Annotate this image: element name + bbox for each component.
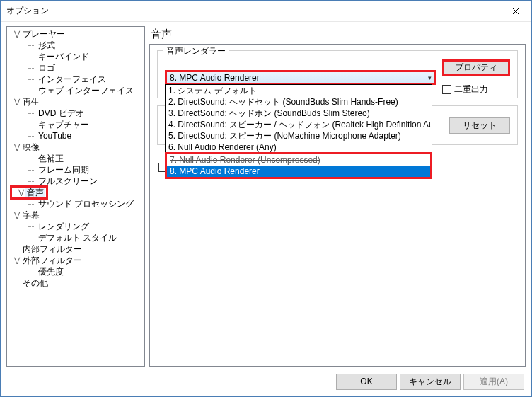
renderer-option[interactable]: 3. DirectSound: ヘッドホン (SoundBuds Slim St… xyxy=(166,108,432,119)
ok-button[interactable]: OK xyxy=(336,374,397,390)
page-title: 音声 xyxy=(149,26,526,44)
renderer-selected: 8. MPC Audio Renderer xyxy=(170,73,260,83)
tree-item[interactable]: 色補正 xyxy=(7,153,144,164)
window-title: オプション xyxy=(6,5,499,17)
apply-button[interactable]: 適用(A) xyxy=(463,374,524,390)
tree-video[interactable]: ⋁映像 xyxy=(7,142,144,153)
collapse-icon[interactable]: ⋁ xyxy=(13,98,21,105)
collapse-icon[interactable]: ⋁ xyxy=(13,144,21,151)
renderer-option[interactable]: 2. DirectSound: ヘッドセット (SoundBuds Slim H… xyxy=(166,96,432,108)
dual-output-check[interactable]: 二重出力 xyxy=(442,83,488,96)
tree-item[interactable]: YouTube xyxy=(7,130,144,142)
tree-external[interactable]: ⋁外部フィルター xyxy=(7,255,144,266)
tree-internal[interactable]: ⋁内部フィルター xyxy=(7,243,144,255)
chevron-down-icon: ▾ xyxy=(428,74,432,81)
tree-item[interactable]: DVD ビデオ xyxy=(7,108,144,119)
collapse-icon[interactable]: ⋁ xyxy=(13,30,21,38)
close-button[interactable] xyxy=(499,1,531,21)
property-button[interactable]: プロパティ xyxy=(442,59,510,76)
category-tree[interactable]: ⋁プレーヤー 形式 キーバインド ロゴ インターフェイス ウェブ インターフェイ… xyxy=(6,26,145,367)
tree-item[interactable]: ロゴ xyxy=(7,62,144,74)
tree-audio[interactable]: ⋁音声 xyxy=(11,187,47,198)
renderer-option[interactable]: 7. Null Audio Renderer (Uncompressed) xyxy=(167,154,430,166)
tree-item[interactable]: 優先度 xyxy=(7,266,144,277)
tree-player[interactable]: ⋁プレーヤー xyxy=(7,28,144,40)
renderer-option[interactable]: 1. システム デフォルト xyxy=(166,85,432,96)
renderer-option-selected[interactable]: 8. MPC Audio Renderer xyxy=(167,166,430,177)
renderer-combo[interactable]: 8. MPC Audio Renderer ▾ xyxy=(165,70,436,85)
renderer-option[interactable]: 4. DirectSound: スピーカー / ヘッドフォン (Realtek … xyxy=(166,119,432,130)
renderer-fieldset: 音声レンダラー 8. MPC Audio Renderer ▾ 1. システム … xyxy=(157,50,518,98)
titlebar: オプション xyxy=(1,1,531,22)
renderer-option[interactable]: 5. DirectSound: スピーカー (NoMachine Microph… xyxy=(166,130,432,142)
tree-item[interactable]: キーバインド xyxy=(7,51,144,62)
renderer-legend: 音声レンダラー xyxy=(163,45,229,57)
collapse-icon[interactable]: ⋁ xyxy=(13,257,21,264)
renderer-dropdown[interactable]: 1. システム デフォルト 2. DirectSound: ヘッドセット (So… xyxy=(165,84,432,179)
tree-item[interactable]: フルスクリーン xyxy=(7,176,144,187)
tree-item[interactable]: インターフェイス xyxy=(7,74,144,85)
panel: 音声レンダラー 8. MPC Audio Renderer ▾ 1. システム … xyxy=(149,44,526,367)
tree-item[interactable]: サウンド プロセッシング xyxy=(7,198,144,209)
cancel-button[interactable]: キャンセル xyxy=(400,374,461,390)
tree-item[interactable]: ウェブ インターフェイス xyxy=(7,85,144,96)
tree-subs[interactable]: ⋁字幕 xyxy=(7,209,144,221)
tree-playback[interactable]: ⋁再生 xyxy=(7,96,144,108)
collapse-icon[interactable]: ⋁ xyxy=(17,189,25,196)
tree-item[interactable]: キャプチャー xyxy=(7,119,144,130)
tree-item[interactable]: デフォルト スタイル xyxy=(7,232,144,243)
collapse-icon[interactable]: ⋁ xyxy=(13,212,21,219)
renderer-option[interactable]: 6. Null Audio Renderer (Any) xyxy=(166,142,432,153)
content-area: ⋁プレーヤー 形式 キーバインド ロゴ インターフェイス ウェブ インターフェイ… xyxy=(1,22,531,367)
tree-other[interactable]: ⋁その他 xyxy=(7,277,144,289)
reset-button[interactable]: リセット xyxy=(449,117,510,134)
tree-item[interactable]: 形式 xyxy=(7,40,144,51)
checkbox-icon xyxy=(442,85,451,94)
dialog-buttons: OK キャンセル 適用(A) xyxy=(1,367,531,396)
tree-item[interactable]: フレーム同期 xyxy=(7,164,144,176)
main-panel: 音声 音声レンダラー 8. MPC Audio Renderer ▾ 1. シス… xyxy=(149,26,526,367)
options-dialog: オプション ⋁プレーヤー 形式 キーバインド ロゴ インターフェイス ウェブ イ… xyxy=(0,0,532,397)
close-icon xyxy=(512,8,519,15)
tree-item[interactable]: レンダリング xyxy=(7,221,144,232)
